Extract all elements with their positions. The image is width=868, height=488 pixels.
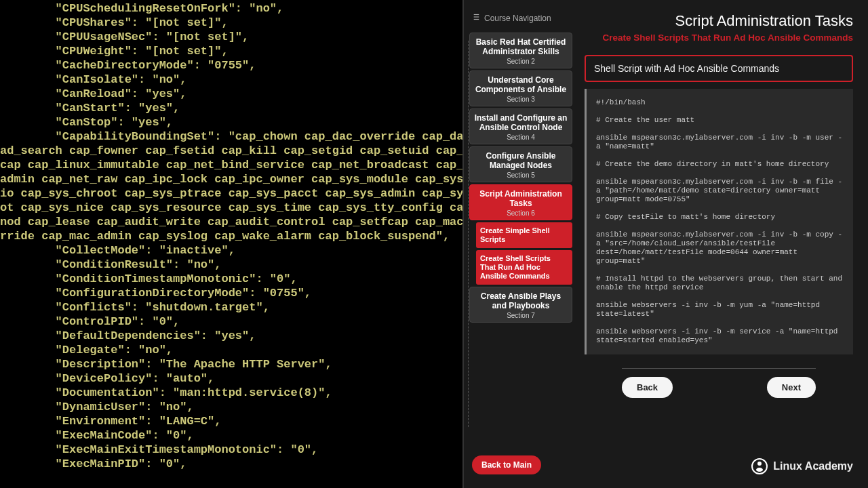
nav-section-title: Configure Ansible Managed Nodes [473,151,569,170]
list-icon [471,12,480,24]
svg-point-8 [756,468,763,472]
lesson-title: Shell Script with Ad Hoc Ansible Command… [594,63,779,74]
nav-header: Course Navigation [469,12,572,24]
nav-section-7[interactable]: Create Ansible Plays and Playbooks Secti… [469,287,572,323]
nav-timeline-line [468,41,469,427]
nav-section-sub: Section 5 [473,171,569,179]
course-sidebar-panel: Course Navigation Basic Red Hat Certifie… [462,0,868,488]
brand-label: Linux Academy [773,460,853,472]
next-button[interactable]: Next [767,377,816,398]
nav-section-3[interactable]: Understand Core Components of Ansible Se… [469,70,572,106]
course-navigation: Course Navigation Basic Red Hat Certifie… [464,0,578,488]
nav-section-2[interactable]: Basic Red Hat Certified Administrator Sk… [469,33,572,68]
nav-header-label: Course Navigation [484,14,551,23]
nav-lesson-adhoc-scripts[interactable]: Create Shell Scripts That Run Ad Hoc Ans… [476,250,572,285]
back-to-main-button[interactable]: Back to Main [472,455,541,474]
brand-footer: Linux Academy [751,458,853,474]
nav-section-5[interactable]: Configure Ansible Managed Nodes Section … [469,146,572,182]
linux-academy-logo-icon [751,458,768,474]
nav-section-sub: Section 2 [473,58,569,65]
nav-section-sub: Section 3 [473,96,569,103]
nav-section-sub: Section 7 [473,312,569,319]
svg-point-7 [757,462,762,466]
nav-section-4[interactable]: Install and Configure an Ansible Control… [469,108,572,144]
lesson-content: Script Administration Tasks Create Shell… [578,0,868,488]
nav-section-sub: Section 6 [473,209,569,217]
nav-section-title: Install and Configure an Ansible Control… [473,113,569,132]
page-subtitle: Create Shell Scripts That Run Ad Hoc Ans… [585,33,853,43]
nav-section-6[interactable]: Script Administration Tasks Section 6 [469,184,572,220]
nav-lesson-simple-scripts[interactable]: Create Simple Shell Scripts [476,222,572,248]
nav-section-title: Basic Red Hat Certified Administrator Sk… [473,37,569,56]
lesson-nav-buttons: Back Next [585,377,853,398]
nav-section-title: Understand Core Components of Ansible [473,75,569,94]
nav-section-title: Script Administration Tasks [473,189,569,208]
nav-section-title: Create Ansible Plays and Playbooks [473,291,569,310]
back-button[interactable]: Back [622,377,673,398]
lesson-title-box: Shell Script with Ad Hoc Ansible Command… [585,55,853,82]
page-title: Script Administration Tasks [585,12,853,30]
nav-section-sub: Section 4 [473,134,569,141]
terminal-output[interactable]: "CPUSchedulingResetOnFork": "no", "CPUSh… [0,0,462,488]
script-code-block[interactable]: #!/bin/bash # Create the user matt ansib… [585,89,853,354]
content-divider [622,368,816,369]
